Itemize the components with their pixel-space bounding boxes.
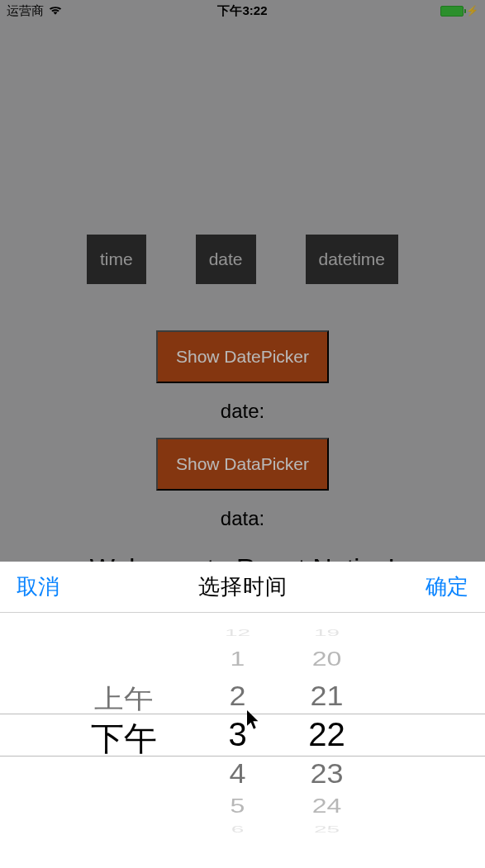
wheel-item: 21: [302, 681, 352, 712]
wheel-item: 25: [302, 824, 352, 835]
ampm-wheel[interactable]: 上午 下午: [74, 613, 174, 868]
wheel-item: 2: [213, 681, 263, 712]
wheel-item: 6: [213, 824, 263, 835]
wheel-item: 上午: [74, 681, 174, 717]
wheel-item-selected: 下午: [74, 716, 174, 761]
minute-wheel[interactable]: 19 20 21 22 23 24 25: [302, 613, 352, 868]
wheel-item: 20: [302, 648, 352, 671]
wheel-item: 1: [213, 648, 263, 671]
wheel-item: 19: [302, 628, 352, 638]
wheel-item: 4: [213, 758, 263, 790]
hour-wheel[interactable]: 12 1 2 3 4 5 6: [213, 613, 263, 868]
wheel-item: 5: [213, 795, 263, 818]
wheel-item: 24: [302, 795, 352, 818]
picker-toolbar: 取消 选择时间 确定: [0, 562, 485, 613]
wheel-item-selected: 22: [302, 716, 352, 753]
wheel-item: 12: [213, 628, 263, 638]
picker-sheet: 取消 选择时间 确定 上午 下午 12 1 2 3 4 5 6: [0, 562, 485, 868]
picker-title: 选择时间: [198, 572, 288, 601]
cancel-button[interactable]: 取消: [17, 572, 59, 601]
mouse-cursor-icon: [246, 710, 261, 733]
confirm-button[interactable]: 确定: [426, 572, 468, 601]
wheel-item: 23: [302, 758, 352, 790]
